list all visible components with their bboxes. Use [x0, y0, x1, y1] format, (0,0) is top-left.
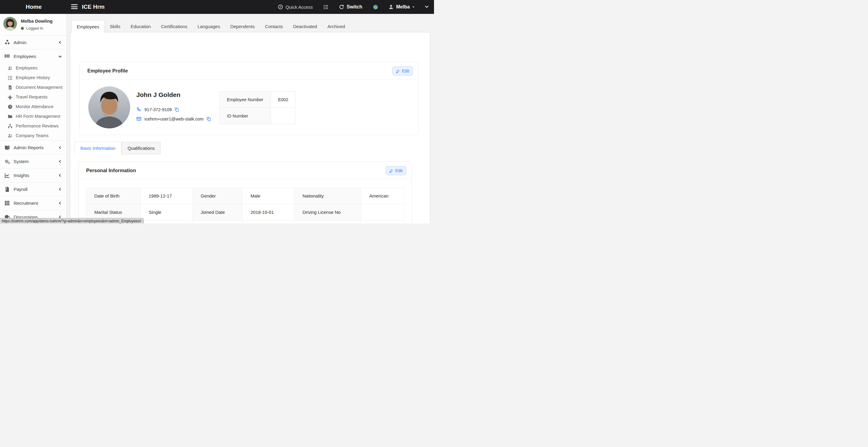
status-url: https://icehrm.com/app/demo-icehrm/?g=ad… — [2, 219, 141, 223]
sidebar-item-admin-reports[interactable]: Admin Reports — [0, 141, 66, 155]
chevron-left-icon — [58, 146, 62, 150]
sidebar-item-admin[interactable]: Admin — [0, 36, 66, 49]
sidebar-item-performance-reviews[interactable]: Performance Reviews — [0, 121, 66, 131]
chevron-left-icon — [58, 40, 62, 44]
table-cell-value: 1989-12-17 — [141, 188, 192, 204]
sidebar-item-label: Payroll — [13, 187, 28, 192]
employee-email[interactable]: icehrm+user1@web-stalk.com — [145, 117, 204, 121]
personal-information-header: Personal Information Edit — [79, 162, 412, 180]
card-title: Employee Profile — [87, 62, 128, 79]
tab-basic-information[interactable]: Basic Information — [74, 142, 122, 155]
sidebar-item-monitor-attendance[interactable]: Monitor Attendance — [0, 102, 66, 111]
sidebar-item-label: Travel Requests — [16, 95, 48, 99]
switch-label: Switch — [347, 4, 362, 10]
employee-phone-row: 917-372-9109 — [136, 107, 179, 112]
user-name-label: Melba — [396, 4, 410, 10]
sidebar-item-system[interactable]: System — [0, 155, 66, 168]
app-brand[interactable]: ICE Hrm — [82, 0, 104, 14]
switch-user-button[interactable]: Switch — [339, 4, 362, 10]
language-globe-button[interactable] — [373, 4, 378, 10]
sidebar-item-company-teams[interactable]: Company Teams — [0, 131, 66, 140]
tab-dependents[interactable]: Dependents — [225, 20, 260, 33]
sidebar-item-label: Employee History — [16, 75, 50, 80]
sidebar-item-label: Employees — [13, 54, 36, 59]
copy-icon[interactable] — [175, 107, 179, 112]
sidebar: Melba Dowling Logged In Admin Employees … — [0, 14, 67, 224]
table-cell-value — [294, 221, 361, 224]
tab-education[interactable]: Education — [125, 20, 156, 33]
chevron-left-icon — [58, 173, 62, 177]
content-panel: Employee Profile Edit John — [70, 33, 430, 224]
tab-employees[interactable]: Employees — [71, 20, 104, 33]
file-lines-icon — [7, 85, 13, 90]
chevron-down-icon — [58, 54, 62, 58]
tab-deactivated[interactable]: Deactivated — [288, 20, 322, 33]
chevron-left-icon — [58, 159, 62, 163]
tab-contacts[interactable]: Contacts — [260, 20, 288, 33]
compass-icon — [278, 4, 283, 10]
field-value: E002 — [271, 92, 295, 108]
login-status-label: Logged In — [26, 26, 43, 31]
status-dot-icon — [21, 27, 24, 30]
employee-phone[interactable]: 917-372-9109 — [145, 107, 172, 112]
chart-line-icon — [4, 172, 10, 179]
employee-profile-header: Employee Profile Edit — [80, 62, 418, 80]
tab-skills[interactable]: Skills — [104, 20, 125, 33]
sidebar-item-label: Company Teams — [16, 133, 49, 138]
table-cell-label: Joined Date — [192, 204, 242, 221]
tab-archived[interactable]: Archived — [322, 20, 350, 33]
employee-email-row: icehrm+user1@web-stalk.com — [136, 116, 211, 121]
sidebar-item-label: Admin Reports — [13, 145, 43, 150]
copy-icon[interactable] — [207, 117, 211, 121]
tab-certifications[interactable]: Certifications — [156, 20, 192, 33]
table-cell-label: Driving License No — [294, 204, 361, 221]
chevron-down-icon — [424, 4, 430, 10]
rotate-icon — [339, 4, 344, 10]
table-cell-value: 2018-10-01 — [242, 204, 294, 221]
sidebar-item-hr-form-management[interactable]: HR Form Management — [0, 111, 66, 121]
sidebar-item-document-management[interactable]: Document Management — [0, 83, 66, 92]
table-cell-value — [141, 221, 192, 224]
edit-label: Edit — [402, 69, 409, 73]
sidebar-item-payroll[interactable]: Payroll — [0, 183, 66, 196]
topbar: Home ICE Hrm Quick Access Switch — [0, 0, 434, 14]
home-link[interactable]: Home — [26, 0, 42, 14]
hamburger-menu-icon[interactable] — [71, 4, 78, 10]
sidebar-item-employee-history[interactable]: Employee History — [0, 73, 66, 83]
edit-profile-button[interactable]: Edit — [392, 66, 413, 75]
sidebar-item-insights[interactable]: Insights — [0, 168, 66, 183]
users-icon — [7, 66, 13, 71]
org-chart-icon — [7, 124, 13, 129]
table-cell-value — [192, 221, 242, 224]
user-icon — [389, 4, 394, 10]
sidebar-item-recruitment[interactable]: Recruitment — [0, 196, 66, 210]
personal-information-card: Personal Information Edit Date of Birth … — [78, 162, 412, 224]
tasks-button[interactable] — [323, 4, 329, 10]
sidebar-item-employees-section[interactable]: Employees — [0, 49, 66, 63]
sidebar-item-employees[interactable]: Employees — [0, 63, 66, 73]
table-cell-label: Date of Birth — [86, 188, 141, 204]
phone-icon — [136, 107, 142, 112]
sidebar-item-label: Admin — [13, 40, 27, 45]
tab-languages[interactable]: Languages — [192, 20, 225, 33]
sidebar-item-label: Performance Reviews — [16, 124, 59, 128]
collapse-topbar-button[interactable] — [424, 4, 430, 10]
field-value — [271, 108, 295, 124]
grid-icon — [4, 53, 10, 59]
sidebar-item-label: Document Management — [16, 85, 63, 90]
sidebar-item-label: Recruitment — [13, 200, 38, 206]
sidebar-item-label: HR Form Management — [16, 114, 60, 119]
list-check-icon — [7, 75, 13, 81]
detail-tabs: Basic Information Qualifications — [74, 142, 161, 155]
user-menu[interactable]: Melba — [389, 4, 415, 10]
tab-qualifications[interactable]: Qualifications — [122, 142, 161, 155]
edit-personal-information-button[interactable]: Edit — [385, 166, 406, 175]
sidebar-item-travel-requests[interactable]: Travel Requests — [0, 92, 66, 102]
browser-status-bar: https://icehrm.com/app/demo-icehrm/?g=ad… — [0, 218, 144, 224]
avatar[interactable] — [3, 17, 17, 31]
employee-name: John J Golden — [136, 91, 180, 98]
users-icon — [7, 133, 13, 138]
employee-photo[interactable] — [88, 86, 130, 128]
plane-icon — [7, 95, 13, 100]
quick-access-button[interactable]: Quick Access — [278, 4, 313, 10]
